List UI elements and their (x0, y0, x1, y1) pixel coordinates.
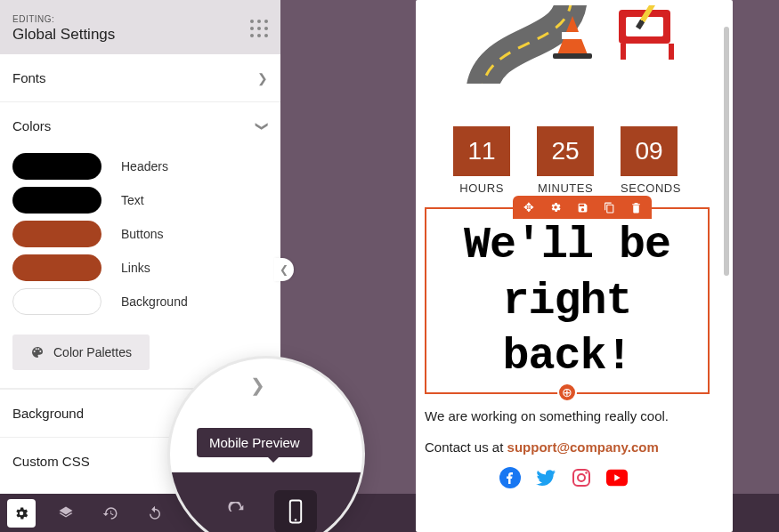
sidebar-collapse-handle[interactable]: ❮ (274, 258, 294, 281)
sidebar-title: Global Settings (12, 26, 115, 44)
swatch-label: Headers (121, 159, 168, 173)
page-heading[interactable]: We'll be right back! (432, 218, 702, 385)
history-button[interactable] (96, 499, 125, 528)
color-palettes-button[interactable]: Color Palettes (12, 335, 150, 370)
facebook-icon[interactable] (499, 467, 521, 488)
svg-point-1 (295, 519, 296, 520)
swatch-label: Text (121, 193, 144, 207)
instagram-icon[interactable] (571, 467, 592, 488)
color-row-background[interactable]: Background (0, 285, 280, 318)
contact-link[interactable]: support@company.com (507, 439, 659, 455)
save-icon[interactable] (575, 200, 589, 214)
hours-value: 11 (453, 126, 510, 176)
selected-heading-block[interactable]: We'll be right back! ⊕ (425, 207, 710, 394)
palette-icon (30, 345, 45, 359)
refresh-button[interactable] (215, 490, 258, 532)
subtitle-text[interactable]: We are working on something really cool. (425, 407, 710, 425)
youtube-icon[interactable] (606, 467, 628, 488)
fonts-section[interactable]: Fonts ❯ (0, 54, 280, 101)
color-row-links[interactable]: Links (0, 251, 280, 285)
mobile-preview-tooltip: Mobile Preview (197, 428, 312, 457)
gear-icon[interactable] (548, 200, 563, 214)
layers-button[interactable] (52, 499, 80, 528)
layers-icon (58, 505, 74, 521)
swatch-label: Buttons (121, 227, 163, 241)
swatch-buttons[interactable] (12, 221, 101, 247)
minutes-value: 25 (537, 126, 594, 176)
twitter-icon[interactable] (535, 467, 556, 488)
sidebar-header: EDITING: Global Settings (0, 0, 280, 54)
history-icon (102, 505, 118, 521)
swatch-headers[interactable] (12, 153, 101, 180)
copy-icon[interactable] (602, 200, 616, 214)
swatch-label: Links (121, 261, 150, 275)
color-row-text[interactable]: Text (0, 183, 280, 217)
preview-scrollbar[interactable] (724, 27, 729, 276)
fonts-label: Fonts (12, 70, 46, 85)
refresh-icon (227, 502, 247, 521)
chevron-down-icon: ❯ (256, 121, 270, 132)
contact-prefix: Contact us at (425, 439, 507, 455)
color-row-buttons[interactable]: Buttons (0, 217, 280, 251)
element-toolbar: ✥ (513, 196, 652, 219)
add-element-button[interactable]: ⊕ (557, 383, 577, 402)
svg-point-5 (585, 472, 587, 473)
undo-icon (147, 505, 163, 521)
hero-illustration (425, 5, 710, 84)
swatch-label: Background (121, 294, 188, 309)
seconds-label: SECONDS (621, 181, 681, 195)
seconds-value: 09 (621, 126, 678, 176)
editing-label: EDITING: (12, 14, 115, 24)
color-row-headers[interactable]: Headers (0, 149, 280, 183)
contact-line: Contact us at support@company.com (425, 439, 710, 455)
delete-icon[interactable] (629, 200, 643, 214)
mobile-icon (287, 499, 304, 524)
hours-label: HOURS (453, 181, 510, 195)
minutes-label: MINUTES (537, 181, 594, 195)
settings-button[interactable] (7, 499, 36, 528)
gear-icon (13, 505, 29, 521)
social-icons (425, 467, 710, 488)
chevron-right-icon: ❯ (257, 71, 268, 85)
palettes-label: Color Palettes (53, 345, 132, 359)
svg-point-4 (578, 474, 585, 481)
cone-icon (556, 16, 588, 57)
swatch-background[interactable] (12, 288, 101, 315)
swatch-links[interactable] (12, 254, 101, 281)
grid-drag-icon[interactable] (250, 20, 268, 37)
colors-section[interactable]: Colors ❯ (0, 102, 280, 149)
countdown-timer: 11 HOURS 25 MINUTES 09 SECONDS (425, 126, 710, 195)
colors-label: Colors (12, 118, 51, 133)
mobile-preview-frame: 11 HOURS 25 MINUTES 09 SECONDS ✥ We'll b… (416, 0, 733, 532)
chevron-right-icon: ❯ (250, 375, 265, 396)
mobile-preview-button[interactable] (274, 490, 317, 532)
move-icon[interactable]: ✥ (522, 200, 536, 214)
swatch-text[interactable] (12, 187, 101, 214)
undo-button[interactable] (141, 499, 169, 528)
